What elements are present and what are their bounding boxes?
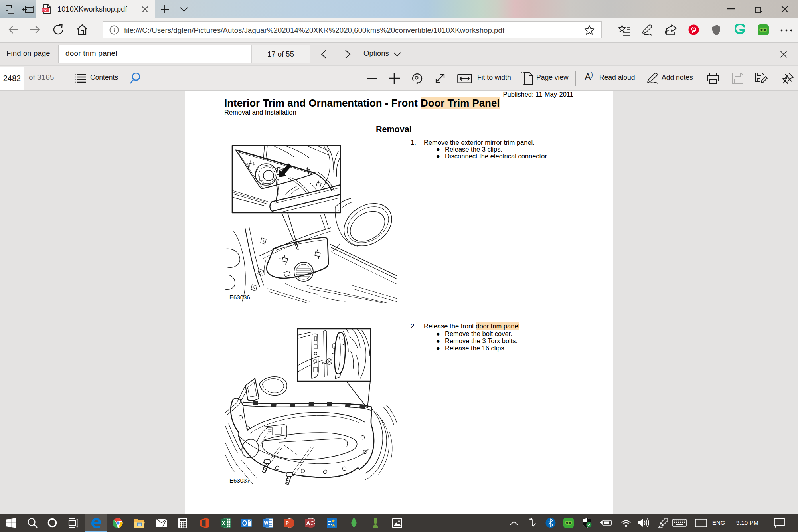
svg-text:PDF: PDF <box>43 8 49 12</box>
